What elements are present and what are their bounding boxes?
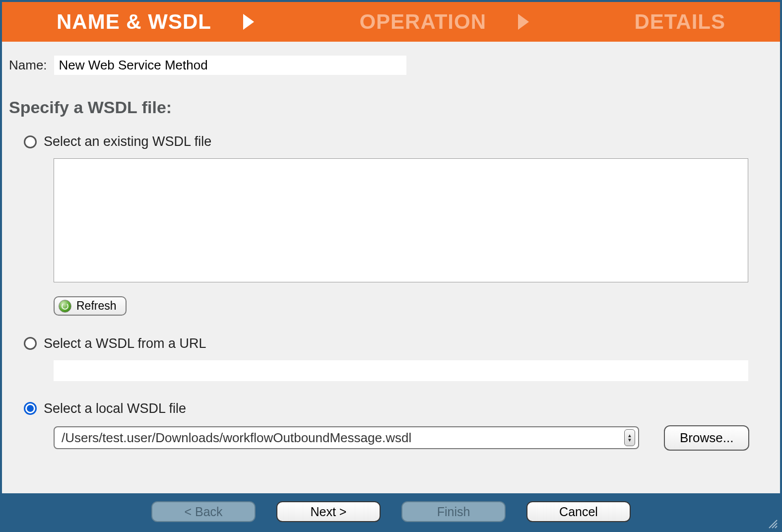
browse-button[interactable]: Browse... [664,425,749,451]
step-name-wsdl: NAME & WSDL [57,10,211,34]
wizard-content: Name: Specify a WSDL file: Select an exi… [2,42,780,493]
option-url[interactable]: Select a WSDL from a URL [24,336,773,351]
wizard-step-bar: NAME & WSDL OPERATION DETAILS [2,2,780,42]
local-file-combo[interactable]: /Users/test.user/Downloads/workflowOutbo… [54,426,639,449]
section-heading: Specify a WSDL file: [9,98,773,117]
local-file-path: /Users/test.user/Downloads/workflowOutbo… [62,430,624,446]
option-existing-label: Select an existing WSDL file [44,134,211,149]
wsdl-url-input[interactable] [54,360,748,381]
refresh-icon [59,300,71,313]
cancel-button[interactable]: Cancel [526,501,631,522]
back-button: < Back [151,501,256,522]
resize-grip-icon[interactable] [767,518,778,529]
option-existing-block: Select an existing WSDL file Refresh [24,134,773,316]
radio-icon[interactable] [24,402,37,415]
option-local-block: Select a local WSDL file /Users/test.use… [24,401,773,451]
wizard-footer: < Back Next > Finish Cancel [2,493,780,530]
option-local[interactable]: Select a local WSDL file [24,401,773,416]
chevron-right-icon [241,13,256,31]
next-button[interactable]: Next > [276,501,381,522]
finish-button: Finish [401,501,506,522]
chevron-right-icon [516,13,531,31]
step-details: DETAILS [634,10,725,34]
radio-icon[interactable] [24,135,37,148]
svg-marker-1 [518,14,529,30]
option-url-label: Select a WSDL from a URL [44,336,206,351]
refresh-button[interactable]: Refresh [54,296,127,316]
stepper-icon[interactable]: ▲▼ [624,429,635,446]
name-row: Name: [9,56,773,75]
name-label: Name: [9,58,47,73]
local-file-row: /Users/test.user/Downloads/workflowOutbo… [54,425,773,451]
option-url-block: Select a WSDL from a URL [24,336,773,381]
step-operation: OPERATION [359,10,486,34]
option-local-label: Select a local WSDL file [44,401,186,416]
name-input[interactable] [54,56,406,75]
svg-line-4 [775,526,777,528]
svg-marker-0 [243,14,254,30]
refresh-button-label: Refresh [76,299,117,313]
existing-wsdl-list[interactable] [54,158,748,282]
radio-icon[interactable] [24,337,37,350]
option-existing[interactable]: Select an existing WSDL file [24,134,773,149]
